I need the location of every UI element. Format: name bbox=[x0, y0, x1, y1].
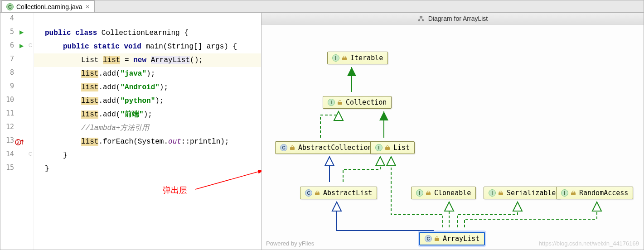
token: List bbox=[81, 56, 103, 64]
token: } bbox=[34, 149, 68, 162]
token: CollectionLearning { bbox=[97, 29, 189, 37]
line-number: 5 bbox=[0, 28, 14, 36]
watermark: https://blog.csdn.net/weixin_44176169 bbox=[539, 240, 639, 247]
lock-icon bbox=[315, 191, 320, 195]
node-collection[interactable]: ICollection bbox=[323, 96, 392, 109]
line-number: 7 bbox=[0, 55, 14, 63]
lock-icon bbox=[426, 191, 431, 195]
token: ); bbox=[160, 83, 168, 91]
tab-bar: C CollectionLearning.java ✕ bbox=[0, 0, 644, 13]
token: = bbox=[120, 56, 133, 64]
lambda-icon: λ bbox=[15, 138, 25, 146]
token-var: list bbox=[103, 56, 120, 64]
line-number: 6 bbox=[0, 41, 14, 49]
line-number: 13 bbox=[0, 136, 14, 144]
diagram-canvas[interactable]: IIterable ICollection CAbstractCollectio… bbox=[261, 24, 644, 250]
class-icon: C bbox=[6, 3, 14, 10]
interface-icon: I bbox=[332, 54, 339, 62]
node-label: Cloneable bbox=[434, 189, 471, 197]
line-number: 9 bbox=[0, 82, 14, 90]
fold-icon[interactable]: ⬡ bbox=[29, 43, 33, 48]
node-serializable[interactable]: ISerializable bbox=[484, 187, 561, 199]
line-number: 4 bbox=[0, 14, 14, 22]
token-comment: //lambda+方法引用 bbox=[81, 124, 149, 132]
powered-by: Powered by yFiles bbox=[266, 240, 314, 247]
run-icon[interactable]: ▶ bbox=[19, 43, 24, 49]
code-area[interactable]: public class CollectionLearning { public… bbox=[34, 13, 261, 250]
class-icon: C bbox=[280, 144, 287, 151]
code-editor[interactable]: 4 5 ▶ 6 ▶ ⬡ 7 8 9 10 11 12 13 λ 14 ⬡ 15 … bbox=[0, 13, 261, 250]
token-var: list bbox=[81, 111, 98, 119]
token-string: "Android" bbox=[120, 83, 159, 91]
interface-icon: I bbox=[375, 144, 383, 151]
class-icon: C bbox=[425, 235, 432, 242]
node-iterable[interactable]: IIterable bbox=[327, 52, 388, 64]
token: ); bbox=[144, 111, 152, 119]
node-arraylist[interactable]: CArrayList bbox=[419, 232, 485, 245]
token: ::println); bbox=[181, 138, 229, 146]
node-label: Iterable bbox=[350, 54, 383, 62]
line-number: 8 bbox=[0, 68, 14, 77]
token: .add( bbox=[98, 70, 120, 78]
token-type: ArrayList bbox=[151, 56, 190, 64]
token: (); bbox=[190, 56, 203, 64]
file-tab[interactable]: C CollectionLearning.java ✕ bbox=[1, 0, 95, 12]
interface-icon: I bbox=[416, 189, 423, 197]
lock-icon bbox=[499, 191, 504, 195]
lock-icon bbox=[385, 145, 391, 150]
node-label: RandomAccess bbox=[579, 189, 628, 197]
token: } bbox=[34, 162, 49, 176]
interface-icon: I bbox=[328, 99, 335, 106]
diagram-edges bbox=[261, 24, 644, 250]
node-list[interactable]: IList bbox=[370, 141, 415, 154]
node-label: AbstractCollection bbox=[298, 144, 372, 152]
line-number: 15 bbox=[0, 163, 14, 172]
run-icon[interactable]: ▶ bbox=[19, 29, 24, 35]
diagram-panel[interactable]: Diagram for ArrayList bbox=[261, 13, 644, 250]
node-abstractlist[interactable]: CAbstractList bbox=[300, 187, 377, 199]
gutter: 4 5 ▶ 6 ▶ ⬡ 7 8 9 10 11 12 13 λ 14 ⬡ 15 bbox=[0, 13, 34, 250]
svg-rect-5 bbox=[422, 19, 424, 21]
line-number: 10 bbox=[0, 96, 14, 104]
lock-icon bbox=[571, 191, 576, 195]
lock-icon bbox=[435, 236, 440, 241]
lock-icon bbox=[338, 100, 343, 105]
lock-icon bbox=[290, 145, 295, 150]
token-keyword: public static void bbox=[63, 43, 141, 51]
lock-icon bbox=[342, 56, 348, 60]
svg-text:λ: λ bbox=[17, 140, 19, 145]
token: .add( bbox=[98, 83, 120, 91]
interface-icon: I bbox=[561, 189, 568, 197]
token-keyword: public bbox=[45, 29, 71, 37]
node-cloneable[interactable]: ICloneable bbox=[411, 187, 476, 199]
token: .add( bbox=[98, 97, 120, 105]
token-keyword: class bbox=[75, 29, 97, 37]
diagram-title: Diagram for ArrayList bbox=[428, 15, 488, 22]
svg-rect-3 bbox=[420, 16, 422, 18]
token-string: "java" bbox=[120, 70, 146, 78]
token: ); bbox=[155, 97, 164, 105]
token-string: "前端" bbox=[120, 111, 143, 119]
close-icon[interactable]: ✕ bbox=[85, 4, 90, 10]
tab-filename: CollectionLearning.java bbox=[16, 3, 82, 10]
fold-icon[interactable]: ⬡ bbox=[29, 151, 33, 156]
token: main(String[] args) { bbox=[141, 43, 237, 51]
token-var: list bbox=[81, 138, 98, 146]
token-field: out bbox=[168, 138, 181, 146]
token-var: list bbox=[81, 97, 98, 105]
token-var: list bbox=[81, 70, 98, 78]
node-abstractcollection[interactable]: CAbstractCollection bbox=[275, 141, 377, 154]
line-number: 14 bbox=[0, 150, 14, 158]
token-keyword: new bbox=[133, 56, 146, 64]
node-label: Collection bbox=[346, 98, 387, 106]
diagram-title-bar: Diagram for ArrayList bbox=[261, 13, 644, 24]
token: ); bbox=[146, 70, 155, 78]
node-label: List bbox=[393, 144, 410, 152]
token bbox=[146, 56, 151, 64]
line-number: 11 bbox=[0, 109, 14, 117]
node-label: ArrayList bbox=[443, 235, 479, 243]
node-label: AbstractList bbox=[323, 189, 372, 197]
node-randomaccess[interactable]: IRandomAccess bbox=[556, 187, 633, 199]
token-var: list bbox=[81, 83, 98, 91]
token-string: "python" bbox=[120, 97, 155, 105]
